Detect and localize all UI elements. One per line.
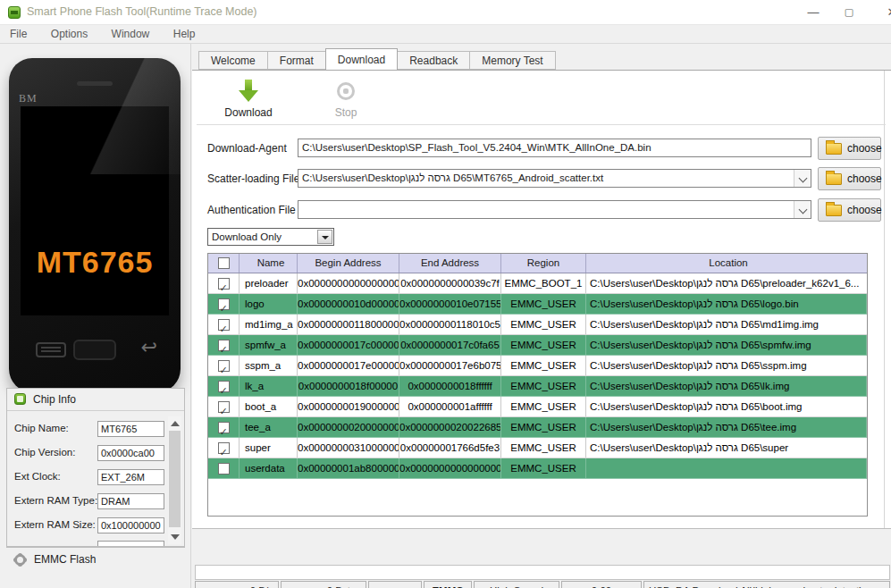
dropdown-arrow-icon[interactable] (317, 230, 332, 244)
choose-scatter-button[interactable]: choose (818, 167, 881, 190)
table-row[interactable]: lk_a 0x0000000018f00000 0x0000000018ffff… (208, 376, 867, 397)
select-all-header[interactable] (208, 254, 240, 273)
tab-download[interactable]: Download (325, 48, 398, 70)
flash-mode-select[interactable]: Download Only (207, 228, 334, 246)
cell-region: EMMC_USER (501, 315, 586, 334)
ram-size-field[interactable]: 0x100000000 (97, 517, 164, 533)
cell-location: C:\Users\user\Desktop\גרסה לנגן D65\logo… (586, 294, 867, 314)
cell-name: preloader (240, 273, 298, 293)
row-checkbox[interactable] (218, 422, 230, 433)
scrollbar-thumb[interactable] (169, 431, 181, 527)
menu-file[interactable]: File (0, 25, 37, 43)
table-row[interactable]: boot_a 0x0000000019000000 0x000000001aff… (208, 397, 867, 417)
cell-end-address: 0x00000001766d5fe3 (399, 438, 501, 458)
status-cell: High Speed (474, 581, 559, 588)
cell-name: md1img_a (240, 315, 298, 334)
app-window: Smart Phone Flash Tool(Runtime Trace Mod… (0, 0, 891, 588)
phone-back-icon: ↩ (141, 336, 157, 359)
row-checkbox[interactable] (218, 401, 230, 413)
chevron-down-icon[interactable] (794, 201, 811, 218)
cell-name: boot_a (240, 397, 298, 416)
chip-row: Extern RAM Type: DRAM (7, 493, 184, 511)
tab-welcome[interactable]: Welcome (198, 51, 268, 70)
table-row[interactable]: sspm_a 0x0000000017e00000 0x0000000017e6… (208, 356, 867, 376)
cell-name: userdata (240, 458, 298, 478)
row-checkbox[interactable] (218, 463, 230, 475)
title-bar: Smart Phone Flash Tool(Runtime Trace Mod… (0, 0, 891, 25)
chip-name-field[interactable]: MT6765 (97, 421, 164, 437)
table-row[interactable]: super 0x0000000031000000 0x00000001766d5… (208, 438, 867, 458)
choose-button-label: choose (847, 172, 882, 185)
maximize-button[interactable]: ▢ (833, 0, 865, 25)
scroll-up-icon[interactable] (171, 421, 180, 426)
cell-name: lk_a (240, 376, 298, 396)
table-row[interactable]: logo 0x0000000010d00000 0x0000000010e071… (208, 294, 867, 315)
table-row[interactable]: tee_a 0x0000000020000000 0x0000000020022… (208, 417, 867, 438)
table-row[interactable]: md1img_a 0x0000000011800000 0x0000000011… (208, 315, 867, 335)
cell-location: C:\Users\user\Desktop\גרסה לנגן D65\supe… (586, 438, 867, 458)
download-button-label[interactable]: Download (217, 106, 280, 119)
cell-location: C:\Users\user\Desktop\גרסה לנגן D65\lk.i… (586, 376, 867, 396)
row-checkbox[interactable] (218, 319, 230, 331)
cell-location: C:\Users\user\Desktop\גרסה לנגן D65\prel… (586, 273, 867, 293)
menu-help[interactable]: Help (164, 25, 206, 43)
table-row[interactable]: preloader 0x0000000000000000 0x000000000… (208, 273, 867, 294)
cell-begin-address: 0x0000000011800000 (298, 315, 399, 334)
row-checkbox[interactable] (218, 360, 230, 372)
emmc-flash-bar[interactable]: EMMC Flash (6, 547, 185, 572)
row-checkbox[interactable] (218, 278, 230, 290)
minimize-button[interactable]: — (797, 0, 829, 25)
stop-icon[interactable] (337, 82, 355, 100)
header-end-address[interactable]: End Address (399, 254, 501, 273)
download-agent-input[interactable]: C:\Users\user\Desktop\SP_Flash_Tool_V5.2… (298, 139, 811, 157)
status-cell: EMMC (424, 581, 472, 588)
cell-end-address: 0x0000000010e07155 (399, 294, 501, 314)
header-region[interactable]: Region (501, 254, 586, 273)
row-checkbox[interactable] (218, 381, 230, 392)
cell-region: EMMC_USER (501, 458, 586, 478)
tab-format[interactable]: Format (268, 51, 326, 70)
stop-button-label: Stop (325, 106, 366, 119)
ext-clock-field[interactable]: EXT_26M (97, 469, 164, 485)
status-bar: 0 B/s0 BytesEMMCHigh Speed0:00USB: DA Do… (195, 581, 890, 588)
menu-options[interactable]: Options (41, 25, 97, 43)
cell-region: EMMC_USER (501, 335, 586, 355)
table-row[interactable]: spmfw_a 0x0000000017c00000 0x0000000017c… (208, 335, 867, 356)
partition-table: Name Begin Address End Address Region Lo… (207, 253, 868, 517)
tab-readback[interactable]: Readback (398, 51, 470, 70)
menu-window[interactable]: Window (102, 25, 160, 43)
menu-bar: File Options Window Help (0, 25, 891, 44)
header-name[interactable]: Name (240, 254, 298, 273)
row-checkbox[interactable] (218, 298, 230, 310)
chip-row: Extern RAM Size: 0x100000000 (7, 517, 184, 535)
header-location[interactable]: Location (586, 254, 867, 273)
header-begin-address[interactable]: Begin Address (298, 254, 399, 273)
auth-file-input[interactable] (298, 200, 811, 219)
cell-name: tee_a (240, 417, 298, 437)
cell-region: EMMC_USER (501, 376, 586, 396)
chevron-down-icon[interactable] (794, 170, 811, 187)
choose-agent-button[interactable]: choose (818, 137, 881, 160)
row-checkbox[interactable] (218, 340, 230, 351)
ram-type-field[interactable]: DRAM (97, 493, 164, 509)
close-button[interactable]: ✕ (876, 0, 891, 25)
table-row[interactable]: userdata 0x00000001ab800000 0x0000000000… (208, 458, 867, 479)
chip-info-scrollbar[interactable] (168, 416, 181, 544)
select-all-checkbox[interactable] (218, 257, 230, 269)
status-cell (368, 581, 422, 588)
cell-location: C:\Users\user\Desktop\גרסה לנגן D65\boot… (586, 397, 867, 416)
download-icon[interactable] (239, 80, 258, 105)
table-body: preloader 0x0000000000000000 0x000000000… (208, 273, 867, 479)
row-checkbox[interactable] (218, 442, 230, 454)
tab-memory-test[interactable]: Memory Test (470, 51, 555, 70)
cell-begin-address: 0x0000000031000000 (298, 438, 399, 458)
scatter-file-label: Scatter-loading File (207, 172, 299, 185)
chip-version-field[interactable]: 0x0000ca00 (97, 445, 164, 461)
choose-auth-button[interactable]: choose (818, 198, 881, 222)
auth-file-label: Authentication File (207, 204, 296, 216)
scroll-down-icon[interactable] (171, 534, 180, 540)
phone-menu-icon (36, 342, 66, 357)
scatter-file-input[interactable]: C:\Users\user\Desktop\גרסה לנגן D65\MT67… (298, 169, 811, 188)
cell-region: EMMC_USER (501, 356, 586, 375)
progress-bar (195, 565, 890, 580)
